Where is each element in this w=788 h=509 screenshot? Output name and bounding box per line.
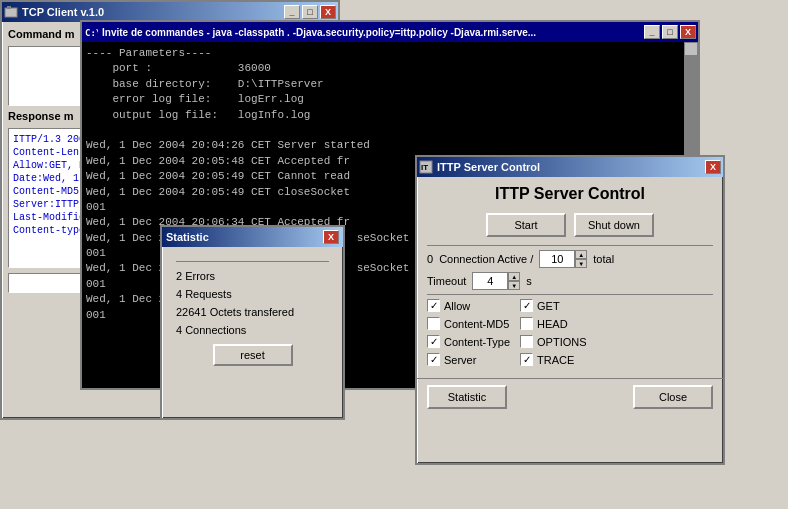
ittp-footer: Statistic Close <box>417 378 723 413</box>
stat-octets: 22641 Octets transfered <box>176 306 329 318</box>
ittp-action-buttons: Start Shut down <box>427 213 713 237</box>
cmd-title: Invite de commandes - java -classpath . … <box>102 27 536 38</box>
checkbox-head: HEAD <box>520 317 587 330</box>
timeout-label: Timeout <box>427 275 466 287</box>
timeout-up-arrow[interactable]: ▲ <box>508 272 520 281</box>
cmd-close-btn[interactable]: X <box>680 25 696 39</box>
svg-rect-0 <box>5 8 17 17</box>
timeout-down-arrow[interactable]: ▼ <box>508 281 520 290</box>
scroll-up-btn[interactable]: ▲ <box>684 42 698 56</box>
connection-row: 0 Connection Active / 10 ▲ ▼ total <box>427 250 713 268</box>
close-button[interactable]: Close <box>633 385 713 409</box>
svg-rect-1 <box>7 6 11 9</box>
content-md5-checkbox[interactable] <box>427 317 440 330</box>
ittp-title-bar: IT ITTP Server Control X <box>417 157 723 177</box>
ittp-title: ITTP Server Control <box>437 161 540 173</box>
tcp-title-bar: TCP Client v.1.0 _ □ X <box>2 2 338 22</box>
svg-text:IT: IT <box>421 163 428 172</box>
tcp-close-btn[interactable]: X <box>320 5 336 19</box>
stat-errors: 2 Errors <box>176 270 329 282</box>
total-value[interactable]: 10 <box>539 250 575 268</box>
cmd-minimize-btn[interactable]: _ <box>644 25 660 39</box>
stat-reset-row: reset <box>176 344 329 366</box>
ittp-header: ITTP Server Control <box>417 177 723 209</box>
svg-text:C:\: C:\ <box>85 28 98 38</box>
checkbox-trace: TRACE <box>520 353 587 366</box>
content-type-checkbox[interactable] <box>427 335 440 348</box>
tcp-minimize-btn[interactable]: _ <box>284 5 300 19</box>
checkboxes-left: Allow Content-MD5 Content-Type Server <box>427 299 510 366</box>
stat-title-bar: Statistic X <box>162 227 343 247</box>
timeout-row: Timeout 4 ▲ ▼ s <box>427 272 713 290</box>
options-checkbox[interactable] <box>520 335 533 348</box>
stat-body: 2 Errors 4 Requests 22641 Octets transfe… <box>162 247 343 374</box>
start-button[interactable]: Start <box>486 213 566 237</box>
statistic-window: Statistic X 2 Errors 4 Requests 22641 Oc… <box>160 225 345 420</box>
checkbox-allow: Allow <box>427 299 510 312</box>
tcp-icon <box>4 5 18 19</box>
checkbox-server: Server <box>427 353 510 366</box>
ittp-body: Start Shut down 0 Connection Active / 10… <box>417 209 723 374</box>
checkboxes-right: GET HEAD OPTIONS TRACE <box>520 299 587 366</box>
stat-close-btn[interactable]: X <box>323 230 339 244</box>
stat-title: Statistic <box>166 231 209 243</box>
total-label: total <box>593 253 614 265</box>
get-checkbox[interactable] <box>520 299 533 312</box>
server-checkbox[interactable] <box>427 353 440 366</box>
checkbox-content-type: Content-Type <box>427 335 510 348</box>
reset-button[interactable]: reset <box>213 344 293 366</box>
checkbox-get: GET <box>520 299 587 312</box>
separator-2 <box>427 294 713 295</box>
checkbox-grid: Allow Content-MD5 Content-Type Server <box>427 299 713 366</box>
ittp-icon: IT <box>419 160 433 174</box>
stat-requests: 4 Requests <box>176 288 329 300</box>
ittp-server-window: IT ITTP Server Control X ITTP Server Con… <box>415 155 725 465</box>
connection-value: 0 <box>427 253 433 265</box>
timeout-value[interactable]: 4 <box>472 272 508 290</box>
cmd-icon: C:\ <box>84 25 98 39</box>
separator-1 <box>427 245 713 246</box>
total-spinner: 10 ▲ ▼ <box>539 250 587 268</box>
tcp-maximize-btn[interactable]: □ <box>302 5 318 19</box>
checkbox-content-md5: Content-MD5 <box>427 317 510 330</box>
checkbox-options: OPTIONS <box>520 335 587 348</box>
shutdown-button[interactable]: Shut down <box>574 213 654 237</box>
cmd-title-bar: C:\ Invite de commandes - java -classpat… <box>82 22 698 42</box>
trace-checkbox[interactable] <box>520 353 533 366</box>
ittp-close-btn[interactable]: X <box>705 160 721 174</box>
allow-checkbox[interactable] <box>427 299 440 312</box>
stat-connections: 4 Connections <box>176 324 329 336</box>
connection-label: Connection Active / <box>439 253 533 265</box>
cmd-maximize-btn[interactable]: □ <box>662 25 678 39</box>
tcp-title: TCP Client v.1.0 <box>22 6 104 18</box>
head-checkbox[interactable] <box>520 317 533 330</box>
timeout-unit: s <box>526 275 532 287</box>
timeout-spinner: 4 ▲ ▼ <box>472 272 520 290</box>
statistic-button[interactable]: Statistic <box>427 385 507 409</box>
total-up-arrow[interactable]: ▲ <box>575 250 587 259</box>
stat-divider <box>176 261 329 262</box>
total-down-arrow[interactable]: ▼ <box>575 259 587 268</box>
